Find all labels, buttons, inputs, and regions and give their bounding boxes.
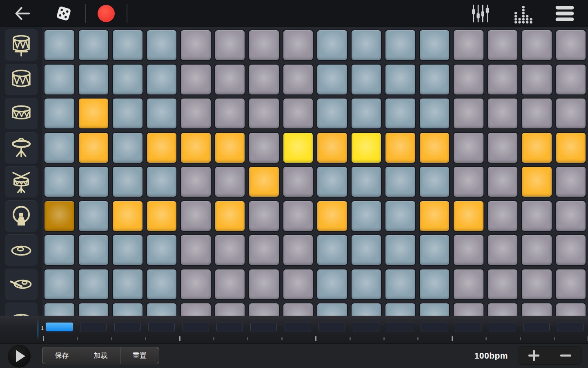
pad-hihat-4[interactable] <box>146 132 178 164</box>
pad-gong-2[interactable] <box>78 200 109 232</box>
pad-floor-tom-2[interactable] <box>78 29 109 61</box>
pad-crash-cymbal-9[interactable] <box>316 269 348 300</box>
pad-crash-cymbal-16[interactable] <box>555 269 587 300</box>
pad-hihat-16[interactable] <box>555 132 587 164</box>
pad-gong-6[interactable] <box>214 200 246 232</box>
pad-hihat-2[interactable] <box>78 132 109 164</box>
pad-ride-cymbal-3[interactable] <box>112 234 143 266</box>
pad-gong-11[interactable] <box>385 200 416 232</box>
pad-snare-sticks-6[interactable] <box>214 166 246 197</box>
pad-tom-5[interactable] <box>180 64 212 95</box>
pad-tom-16[interactable] <box>555 64 587 95</box>
measure-segment-12[interactable] <box>421 323 447 331</box>
pad-gong-5[interactable] <box>180 200 212 232</box>
pad-gong-4[interactable] <box>146 200 178 232</box>
pad-snare-12[interactable] <box>419 98 450 129</box>
pad-gong-12[interactable] <box>419 200 450 232</box>
pad-floor-tom-16[interactable] <box>555 29 587 61</box>
pad-ride-cymbal-6[interactable] <box>214 234 246 266</box>
pad-gong-16[interactable] <box>555 200 587 232</box>
pad-hihat-5[interactable] <box>180 132 212 164</box>
pad-floor-tom-5[interactable] <box>180 29 212 61</box>
pad-tom-8[interactable] <box>283 64 314 95</box>
measure-segment-3[interactable] <box>114 323 141 331</box>
pad-floor-tom-15[interactable] <box>521 29 552 61</box>
pad-tom-2[interactable] <box>78 64 109 95</box>
pad-cymbal-13[interactable] <box>453 303 484 316</box>
pad-gong-1[interactable] <box>44 200 75 232</box>
pad-floor-tom-13[interactable] <box>453 29 484 61</box>
pad-gong-15[interactable] <box>521 200 552 232</box>
measure-segment-8[interactable] <box>285 323 311 331</box>
measure-segment-4[interactable] <box>148 323 175 331</box>
pad-snare-16[interactable] <box>555 98 587 129</box>
record-button[interactable] <box>98 5 115 22</box>
pad-cymbal-10[interactable] <box>351 303 382 316</box>
pad-ride-cymbal-12[interactable] <box>419 234 450 266</box>
measure-segment-13[interactable] <box>455 323 481 331</box>
pad-crash-cymbal-15[interactable] <box>521 269 552 300</box>
mixer-button[interactable] <box>471 3 490 24</box>
pad-snare-4[interactable] <box>146 98 178 129</box>
pad-crash-cymbal-7[interactable] <box>248 269 280 300</box>
measure-segment-2[interactable] <box>80 323 107 331</box>
pad-snare-9[interactable] <box>316 98 348 129</box>
pad-gong-9[interactable] <box>316 200 348 232</box>
pad-floor-tom-9[interactable] <box>316 29 348 61</box>
pad-hihat-3[interactable] <box>112 132 143 164</box>
pad-hihat-1[interactable] <box>44 132 75 164</box>
pad-ride-cymbal-1[interactable] <box>44 234 75 266</box>
pad-snare-sticks-3[interactable] <box>112 166 143 197</box>
pad-crash-cymbal-8[interactable] <box>283 269 314 300</box>
pad-snare-10[interactable] <box>351 98 382 129</box>
pad-cymbal-6[interactable] <box>214 303 246 316</box>
pad-ride-cymbal-4[interactable] <box>146 234 178 266</box>
pad-snare-sticks-4[interactable] <box>146 166 178 197</box>
measure-segment-14[interactable] <box>489 323 515 331</box>
pad-cymbal-3[interactable] <box>112 303 143 316</box>
load-button[interactable]: 加载 <box>81 347 120 364</box>
pad-snare-2[interactable] <box>78 98 109 129</box>
pad-cymbal-5[interactable] <box>180 303 212 316</box>
pad-hihat-9[interactable] <box>316 132 348 164</box>
pad-crash-cymbal-3[interactable] <box>112 269 143 300</box>
pad-crash-cymbal-1[interactable] <box>44 269 75 300</box>
pad-cymbal-8[interactable] <box>283 303 314 316</box>
pad-ride-cymbal-5[interactable] <box>180 234 212 266</box>
pad-tom-7[interactable] <box>248 64 280 95</box>
pad-ride-cymbal-2[interactable] <box>78 234 109 266</box>
pad-snare-sticks-2[interactable] <box>78 166 109 197</box>
pad-cymbal-12[interactable] <box>419 303 450 316</box>
pad-cymbal-16[interactable] <box>555 303 587 316</box>
pad-snare-14[interactable] <box>487 98 519 129</box>
pad-tom-1[interactable] <box>44 64 75 95</box>
pad-tom-6[interactable] <box>214 64 246 95</box>
measure-segment-5[interactable] <box>183 323 209 331</box>
pad-crash-cymbal-13[interactable] <box>453 269 484 300</box>
measure-segment-7[interactable] <box>250 323 277 331</box>
pad-cymbal-15[interactable] <box>521 303 552 316</box>
play-button[interactable] <box>8 345 31 368</box>
pad-floor-tom-3[interactable] <box>112 29 143 61</box>
measure-segment-6[interactable] <box>216 323 243 331</box>
pad-cymbal-11[interactable] <box>385 303 416 316</box>
pad-tom-12[interactable] <box>419 64 450 95</box>
pad-snare-sticks-8[interactable] <box>283 166 314 197</box>
pad-cymbal-2[interactable] <box>78 303 109 316</box>
pad-snare-sticks-10[interactable] <box>351 166 382 197</box>
pad-cymbal-9[interactable] <box>316 303 348 316</box>
loops-button[interactable] <box>513 3 533 24</box>
pad-hihat-14[interactable] <box>487 132 519 164</box>
instrument-snare[interactable] <box>5 98 38 129</box>
pad-crash-cymbal-12[interactable] <box>419 269 450 300</box>
pad-tom-10[interactable] <box>351 64 382 95</box>
pad-gong-3[interactable] <box>112 200 143 232</box>
pad-hihat-7[interactable] <box>248 132 280 164</box>
pad-snare-1[interactable] <box>44 98 75 129</box>
pad-cymbal-7[interactable] <box>248 303 280 316</box>
random-beat-button[interactable] <box>53 3 74 24</box>
pad-tom-11[interactable] <box>385 64 416 95</box>
pad-crash-cymbal-10[interactable] <box>351 269 382 300</box>
instrument-tom[interactable] <box>5 64 38 95</box>
pad-ride-cymbal-9[interactable] <box>316 234 348 266</box>
